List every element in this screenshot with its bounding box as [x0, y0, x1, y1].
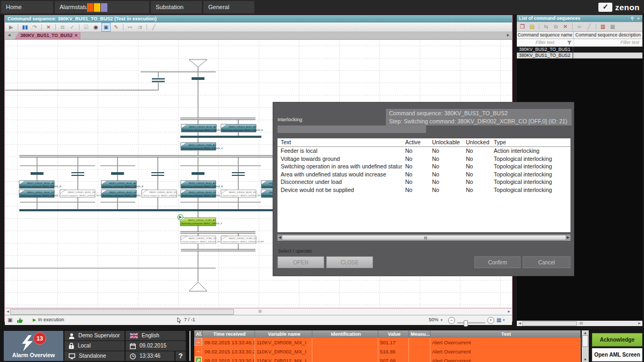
- interlock-row[interactable]: Feeder is localNoNoNoAction interlocking: [277, 147, 570, 155]
- panel-hscroll-thumb[interactable]: [522, 321, 577, 326]
- alarm-row[interactable]: ↗09.02.2015 13:33:30.853110KV_DIR012_MX_…: [194, 356, 581, 362]
- print-icon[interactable]: ▣: [8, 315, 12, 324]
- alarm-vscrollbar[interactable]: ▲ ▼: [582, 330, 589, 362]
- dialog-hscrollbar[interactable]: ◄ ⦀⦀ ►: [277, 234, 570, 241]
- menu-home[interactable]: Home: [1, 1, 53, 13]
- tab-380kv-bus1-to-bus2[interactable]: 380KV_BUS1_TO_BUS2×: [14, 32, 80, 39]
- close-button[interactable]: CLOSE: [326, 256, 373, 268]
- preview-eye-icon[interactable]: ◉: [92, 23, 100, 31]
- alarm-scroll-down-icon[interactable]: ▼: [582, 357, 589, 362]
- hscroll-thumb[interactable]: [10, 309, 234, 315]
- panel-scroll-right-icon[interactable]: ►: [638, 320, 641, 326]
- interlock-row[interactable]: Switching operation in area with undefin…: [277, 162, 570, 171]
- operate-hand-icon[interactable]: ✎: [112, 23, 120, 31]
- zoom-slider[interactable]: [457, 322, 485, 323]
- lock-icon: [69, 343, 74, 349]
- zoom-slider-handle[interactable]: [464, 320, 468, 327]
- canvas-hscrollbar[interactable]: ◄ ⦀⦀ ►: [5, 308, 512, 315]
- alarm-row[interactable]: →09.02.2015 13:33:30.293110KV_DIR002_MX_…: [194, 347, 581, 356]
- edit-pencil-icon[interactable]: ╱: [150, 23, 158, 31]
- interlock-row[interactable]: Voltage towards groundNoNoNoTopological …: [277, 155, 570, 163]
- alarm-column-header[interactable]: Text: [430, 330, 581, 338]
- time-cell[interactable]: 13:33:46: [126, 351, 174, 361]
- confirm-icon[interactable]: ✓: [68, 23, 76, 31]
- column-header-name[interactable]: Command sequence name: [517, 32, 574, 39]
- zoom-fit-icon[interactable]: ▦: [496, 315, 501, 324]
- help-button[interactable]: ?: [175, 351, 186, 361]
- alarm-row[interactable]: →09.02.2015 13:33:46.144110KV_DIR009_MX_…: [194, 338, 581, 347]
- menu-alarmstatus[interactable]: Alarmstatus: [55, 1, 149, 13]
- filter-description-input[interactable]: Filter text: [574, 39, 642, 46]
- alarm-table-header: Al...Time receivedVariable nameIdentific…: [194, 330, 581, 338]
- zoom-out-icon[interactable]: −: [448, 317, 455, 324]
- interlock-row[interactable]: Area with undefined status would increas…: [277, 171, 570, 179]
- step-single-icon[interactable]: ↦: [126, 23, 134, 31]
- replace-icon[interactable]: ⧉: [58, 23, 67, 31]
- open-folder-icon[interactable]: ▤: [528, 23, 536, 31]
- menu-general[interactable]: General: [203, 1, 254, 13]
- panel-filter-row: Filter text Filter text: [517, 39, 642, 47]
- interlock-row[interactable]: Device would not be suppliedNoNoNoTopolo…: [277, 186, 570, 194]
- export-icon[interactable]: ⇆: [542, 23, 550, 31]
- cancel-button[interactable]: Cancel: [523, 256, 570, 268]
- sequence-row[interactable]: 380KV_BUS1_TO_BUS2: [517, 53, 642, 58]
- alarm-column-header[interactable]: Al...: [194, 330, 203, 338]
- redo-icon[interactable]: ↷: [31, 23, 39, 31]
- acknowledge-button[interactable]: Acknowledge: [592, 333, 642, 346]
- open-button[interactable]: OPEN: [277, 256, 324, 268]
- scroll-left-icon[interactable]: ◄: [6, 308, 10, 314]
- alarm-column-header[interactable]: Time received: [203, 330, 255, 338]
- step-all-icon[interactable]: ⇉: [136, 23, 144, 31]
- delete-icon[interactable]: ✕: [45, 23, 53, 31]
- zoom-fit-arrow-icon[interactable]: ▾: [503, 315, 505, 324]
- panel-hscrollbar[interactable]: ◄ ⦀⦀ ►: [517, 321, 642, 326]
- interlocking-value-field[interactable]: [277, 125, 426, 133]
- alarm-column-header[interactable]: Variable name: [255, 330, 312, 338]
- panel-toolbar: ❒▤⇆⧉✕∞╱▥▦: [517, 22, 642, 32]
- filter-name-input[interactable]: Filter text: [517, 39, 574, 46]
- confirm-button[interactable]: Confirm: [474, 256, 521, 268]
- alarm-column-header[interactable]: Value: [378, 330, 409, 338]
- language-cell[interactable]: English: [126, 331, 186, 341]
- zoom-in-icon[interactable]: +: [487, 317, 494, 324]
- filter-funnel-icon[interactable]: [567, 41, 572, 45]
- zoom-menu-arrow-icon[interactable]: ▾: [441, 315, 443, 324]
- play-icon[interactable]: ▶: [7, 23, 15, 31]
- column-icon[interactable]: ▥: [599, 23, 607, 31]
- edit-icon[interactable]: ╱: [585, 23, 593, 31]
- copy-icon[interactable]: ⧉: [552, 23, 560, 31]
- network-mode-cell[interactable]: Local: [64, 341, 125, 351]
- panel-close-icon[interactable]: ×: [637, 15, 640, 22]
- dialog-scroll-left-icon[interactable]: ◄: [278, 235, 282, 240]
- column-filter-icon[interactable]: ▦: [609, 23, 617, 31]
- column-header-description[interactable]: Command sequence description: [574, 32, 642, 39]
- svg-text:380KV_DIR003_BUS1_AV: 380KV_DIR003_BUS1_AV: [189, 125, 216, 128]
- link-icon[interactable]: ∞: [575, 23, 583, 31]
- user-cell[interactable]: Demo Supervisor: [64, 331, 125, 341]
- delete-icon[interactable]: ✕: [561, 23, 569, 31]
- sequence-row[interactable]: 380KV_BUS2_TO_BUS1: [517, 47, 642, 53]
- alarm-column-header[interactable]: Measu...: [409, 330, 430, 338]
- pin-icon[interactable]: ⚲: [631, 15, 634, 22]
- panel-scroll-left-icon[interactable]: ◄: [518, 320, 522, 326]
- menu-substation[interactable]: Substation: [151, 1, 202, 13]
- scroll-right-icon[interactable]: ►: [507, 308, 511, 314]
- tab-scroll-left-icon[interactable]: ◄: [7, 33, 11, 38]
- interlock-row[interactable]: Disconnector under loadNoNoNoTopological…: [277, 178, 570, 186]
- alarm-column-header[interactable]: Identification: [312, 330, 378, 338]
- pause-icon[interactable]: ▮▮: [21, 23, 29, 31]
- tab-scroll-right-icon[interactable]: ►: [506, 33, 510, 38]
- svg-text:380KV_DIR005_BUS1_SV: 380KV_DIR005_BUS1_SV: [149, 191, 177, 194]
- alarm-vscroll-thumb[interactable]: [582, 335, 588, 347]
- alarm-overview-tile[interactable]: 13 Alarm Overview: [4, 331, 63, 361]
- dialog-scroll-right-icon[interactable]: ►: [566, 235, 570, 240]
- open-aml-screen-button[interactable]: Open AML Screen: [592, 348, 642, 361]
- alarm-scroll-up-icon[interactable]: ▲: [582, 330, 589, 335]
- station-mode-cell[interactable]: Standalone: [64, 351, 125, 361]
- date-cell[interactable]: 09.02.2015: [126, 341, 186, 351]
- screen-icon[interactable]: ▣: [101, 23, 111, 32]
- edit-confirm-icon[interactable]: ☑: [82, 23, 90, 31]
- scroll-grip-icon: ⦀⦀: [259, 308, 262, 314]
- tab-close-icon[interactable]: ×: [75, 33, 77, 38]
- new-icon[interactable]: ❒: [518, 23, 526, 31]
